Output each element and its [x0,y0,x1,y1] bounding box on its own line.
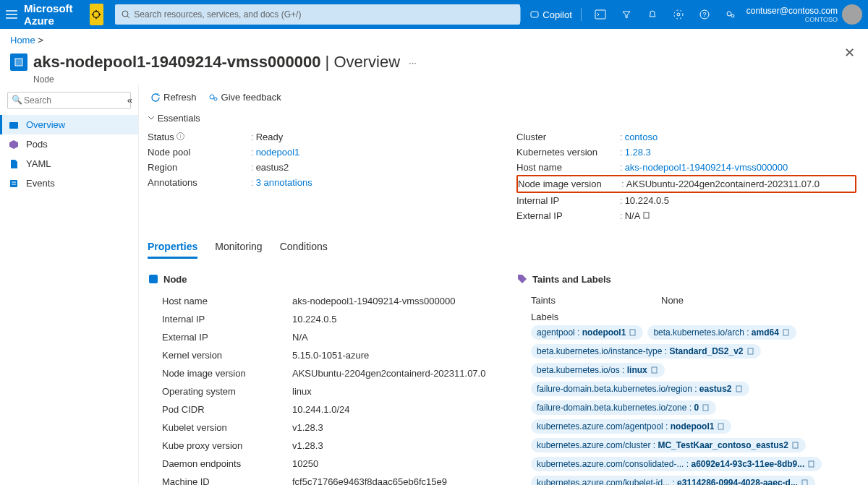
copy-icon[interactable] [801,478,809,485]
label-chip[interactable]: failure-domain.beta.kubernetes.io/region… [531,382,749,396]
copy-icon[interactable] [746,347,755,356]
essentials-value[interactable]: 3 annotations [256,177,312,188]
svg-rect-23 [652,367,657,373]
sidebar-item-overview[interactable]: Overview [0,115,138,134]
global-search-input[interactable] [131,7,514,22]
essentials-row: External IP:N/A [516,208,856,223]
yaml-icon [9,159,20,169]
property-label: Machine ID [162,476,292,485]
cloud-shell-icon[interactable] [593,7,608,22]
svg-rect-10 [15,59,22,66]
label-chip[interactable]: kubernetes.azure.com/agentpool : nodepoo… [531,419,731,434]
essentials-value: 10.224.0.5 [625,195,669,206]
more-button[interactable]: ··· [400,57,417,68]
help-icon[interactable]: ? [697,7,712,22]
property-label: Daemon endpoints [162,458,292,469]
feedback-icon[interactable] [723,7,738,22]
breadcrumb-home[interactable]: Home [10,35,35,46]
svg-rect-2 [531,12,538,17]
svg-point-4 [677,13,680,16]
top-bar: Microsoft Azure Copilot ? contuser@conto… [0,0,868,29]
user-menu[interactable]: contuser@contoso.com CONTOSO [738,4,862,25]
svg-rect-18 [644,213,649,218]
property-value: v1.28.3 [292,422,323,433]
svg-rect-12 [9,122,18,129]
property-value: AKSUbuntu-2204gen2containerd-202311.07.0 [292,368,485,379]
label-chip[interactable]: beta.kubernetes.io/arch : amd64 [647,325,796,340]
label-chip[interactable]: beta.kubernetes.io/instance-type : Stand… [531,344,761,359]
property-value: aks-nodepool1-19409214-vmss000000 [292,296,456,306]
property-value: v1.28.3 [292,440,323,451]
copy-icon[interactable] [791,441,800,450]
feedback-button[interactable]: Give feedback [208,92,281,103]
copy-icon[interactable] [735,385,744,393]
essentials-value[interactable]: contoso [625,132,658,142]
notifications-icon[interactable] [645,7,660,22]
property-row: Pod CIDR10.244.1.0/24 [148,400,488,419]
property-row: Machine IDfcf5c71766e9463f8daac65eb6fc15… [148,473,488,485]
essentials-value: AKSUbuntu-2204gen2containerd-202311.07.0 [626,179,820,189]
property-label: Node image version [162,368,292,379]
property-row: Kube proxy versionv1.28.3 [148,437,488,455]
filter-icon[interactable] [619,7,634,22]
node-section-header: Node [148,273,488,285]
menu-icon[interactable] [6,10,21,19]
copilot-button[interactable]: Copilot [520,7,581,22]
label-chip[interactable]: beta.kubernetes.io/os : linux [531,363,665,377]
tab-properties[interactable]: Properties [148,241,197,259]
essentials-row: Kubernetes version:1.28.3 [516,145,856,160]
svg-rect-20 [630,330,635,335]
top-icons: Copilot ? [520,7,737,22]
sidebar: 🔍 « OverviewPodsYAMLEvents [0,85,139,485]
essentials-row: Internal IP:10.224.0.5 [516,193,856,208]
svg-point-5 [674,10,683,19]
sidebar-item-events[interactable]: Events [0,173,138,193]
property-value: N/A [292,332,308,343]
essentials-value[interactable]: 1.28.3 [625,147,651,158]
svg-rect-22 [748,348,753,354]
label-chip[interactable]: kubernetes.azure.com/consolidated-... : … [531,457,822,471]
label-chip[interactable]: kubernetes.azure.com/kubelet-id... : e31… [531,476,815,485]
copy-icon[interactable] [702,403,710,412]
copy-icon[interactable] [807,460,816,468]
svg-rect-24 [736,386,741,392]
property-label: Internal IP [162,314,292,325]
copy-icon[interactable] [650,366,659,374]
essentials-value[interactable]: aks-nodepool1-19409214-vmss000000 [625,162,788,173]
tab-monitoring[interactable]: Monitoring [215,241,262,259]
label-chip[interactable]: kubernetes.azure.com/cluster : MC_TestKa… [531,438,806,452]
events-icon [9,179,20,189]
label-chip[interactable]: failure-domain.beta.kubernetes.io/zone :… [531,400,716,415]
page-header: aks-nodepool1-19409214-vmss000000 | Over… [0,51,868,77]
search-icon: 🔍 [12,95,22,105]
property-label: Kube proxy version [162,440,292,451]
essentials-toggle[interactable]: Essentials [148,110,856,129]
essentials-value[interactable]: nodepool1 [256,147,300,158]
label-chip[interactable]: agentpool : nodepool1 [531,325,643,340]
user-tenant: CONTOSO [746,16,838,23]
copy-icon[interactable] [717,422,726,431]
expand-sidebar-icon[interactable]: « [112,95,132,106]
copy-icon[interactable] [629,328,637,337]
global-search[interactable] [115,4,520,25]
essentials-label: External IP [516,210,618,221]
resource-icon [10,53,27,71]
copy-icon[interactable] [782,328,791,337]
essentials-label: Region [148,162,249,173]
brand[interactable]: Microsoft Azure [21,2,89,27]
breadcrumb: Home > [0,29,868,51]
tab-conditions[interactable]: Conditions [280,241,328,259]
tag-icon [516,273,528,285]
essentials-value: Ready [256,132,284,142]
svg-point-1 [122,11,128,17]
refresh-button[interactable]: Refresh [150,92,197,103]
settings-icon[interactable] [671,7,686,22]
property-value: fcf5c71766e9463f8daac65eb6fc15e9 [292,476,447,485]
sidebar-item-yaml[interactable]: YAML [0,154,138,173]
property-value: 5.15.0-1051-azure [292,350,369,361]
close-button[interactable]: ✕ [844,45,855,61]
maintenance-icon[interactable] [90,4,104,25]
property-value: linux [292,386,312,397]
sidebar-item-pods[interactable]: Pods [0,134,138,154]
property-row: Node image versionAKSUbuntu-2204gen2cont… [148,364,488,382]
